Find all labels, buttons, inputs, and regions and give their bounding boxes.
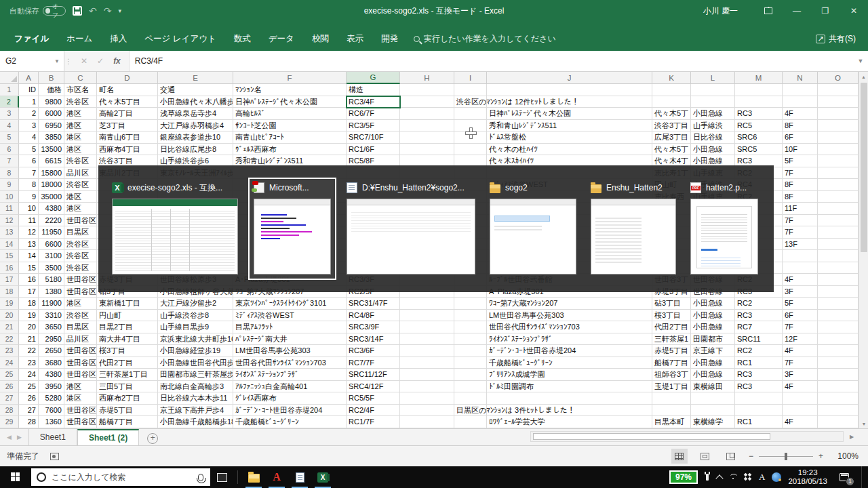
row-header-20[interactable]: 20 <box>0 310 19 322</box>
cell-C26[interactable]: 港区 <box>64 381 97 393</box>
cell-D29[interactable]: 船橋7丁目 <box>97 416 158 428</box>
cell-B19[interactable]: 11900 <box>39 298 64 310</box>
cell-E28[interactable]: 京王線下高井戸歩4 <box>158 405 233 417</box>
sheet-tab-sheet1[interactable]: Sheet1 <box>28 429 77 445</box>
cell-J26[interactable]: ﾄﾞﾙﾐ田園調布 <box>487 381 652 393</box>
cell-C6[interactable]: 港区 <box>64 144 97 156</box>
cell-G2[interactable]: RC3/4F <box>347 96 400 108</box>
cell-N15[interactable] <box>783 250 818 262</box>
cell-D26[interactable]: 三田5丁目 <box>97 381 158 393</box>
cell-I5[interactable] <box>454 131 487 144</box>
cell-N8[interactable]: 7F <box>783 167 818 180</box>
cell-A22[interactable]: 21 <box>19 333 39 346</box>
cell-K2[interactable] <box>652 96 691 108</box>
cell-E2[interactable]: 小田急線代々木八幡歩4 <box>158 96 233 108</box>
taskbar-file-explorer-button[interactable] <box>242 466 265 488</box>
name-box[interactable]: G2 ▼ <box>0 51 64 71</box>
cell-A11[interactable]: 10 <box>19 203 39 215</box>
cell-D22[interactable]: 南大井4丁目 <box>97 333 158 346</box>
cell-G3[interactable]: RC6/7F <box>347 108 400 120</box>
cell-H27[interactable] <box>400 392 454 405</box>
cell-A23[interactable]: 22 <box>19 345 39 357</box>
cell-I22[interactable] <box>454 333 487 346</box>
column-header-A[interactable]: A <box>19 72 39 84</box>
cell-N17[interactable]: 4F <box>783 274 818 286</box>
power-plug-icon[interactable] <box>706 474 709 481</box>
cell-F20[interactable]: ﾐﾃﾞｨｱｽ渋谷WEST <box>233 310 347 322</box>
cell-O12[interactable] <box>818 215 859 227</box>
notepad-preview-thumbnail[interactable] <box>347 199 475 274</box>
cell-O18[interactable] <box>818 286 859 298</box>
cell-N7[interactable]: 5F <box>783 155 818 167</box>
cell-A28[interactable]: 27 <box>19 405 39 417</box>
cell-B11[interactable]: 4380 <box>39 203 64 215</box>
cell-C21[interactable]: 目黒区 <box>64 321 97 333</box>
column-header-H[interactable]: H <box>400 72 454 84</box>
zoom-slider-thumb[interactable] <box>785 453 787 460</box>
cell-N22[interactable]: 12F <box>783 333 818 346</box>
cell-G28[interactable]: RC2/4F <box>347 405 400 417</box>
cell-J27[interactable] <box>487 392 652 405</box>
row-header-21[interactable]: 21 <box>0 321 19 333</box>
cell-N12[interactable]: 7F <box>783 215 818 227</box>
cell-B28[interactable]: 7600 <box>39 405 64 417</box>
cell-N25[interactable]: 3F <box>783 369 818 381</box>
cell-M27[interactable] <box>735 392 783 405</box>
cell-O22[interactable] <box>818 333 859 346</box>
cell-J24[interactable]: 千歳船橋ﾋﾞｭｰｸﾞﾘｰﾝ <box>487 357 652 369</box>
cell-G21[interactable]: SRC3/9F <box>347 321 400 333</box>
cell-K19[interactable]: 砧3丁目 <box>652 298 691 310</box>
cell-D23[interactable]: 桜3丁目 <box>97 345 158 357</box>
cell-B26[interactable]: 3950 <box>39 381 64 393</box>
cell-I20[interactable] <box>454 310 487 322</box>
cell-D20[interactable]: 円山町 <box>97 310 158 322</box>
taskbar-notepad-button[interactable] <box>288 466 311 488</box>
row-header-23[interactable]: 23 <box>0 345 19 357</box>
cell-O27[interactable] <box>818 392 859 405</box>
cell-H25[interactable] <box>400 369 454 381</box>
vertical-scroll-thumb[interactable] <box>861 83 867 252</box>
cell-E26[interactable]: 南北線白金高輪歩3 <box>158 381 233 393</box>
cell-F21[interactable]: 目黒ｱﾑﾌﾗｯﾄ <box>233 321 347 333</box>
cell-M3[interactable]: RC3 <box>735 108 783 120</box>
cell-J1[interactable] <box>487 84 652 96</box>
cell-J22[interactable]: ﾗｲｵﾝｽﾞｽﾃｰｼｮﾝﾌﾟﾗｻﾞ <box>487 333 652 346</box>
cell-H26[interactable] <box>400 381 454 393</box>
column-header-G[interactable]: G <box>347 72 400 84</box>
preview-tile-pdf[interactable]: hatten2.p... <box>686 178 762 279</box>
cell-E21[interactable]: 山手線目黒歩9 <box>158 321 233 333</box>
cell-A29[interactable]: 28 <box>19 416 39 428</box>
cell-I21[interactable] <box>454 321 487 333</box>
column-header-J[interactable]: J <box>487 72 652 84</box>
normal-view-button[interactable] <box>671 449 688 464</box>
row-header-24[interactable]: 24 <box>0 357 19 369</box>
cell-L26[interactable]: 東横線田 <box>691 381 735 393</box>
cell-N18[interactable]: 3F <box>783 286 818 298</box>
row-header-10[interactable]: 10 <box>0 191 19 203</box>
cell-N6[interactable]: 10F <box>783 144 818 156</box>
cell-M23[interactable]: RC2 <box>735 345 783 357</box>
cell-A16[interactable]: 15 <box>19 262 39 274</box>
scroll-right-icon[interactable]: ▶ <box>846 431 857 442</box>
cell-O23[interactable] <box>818 345 859 357</box>
cell-G19[interactable]: SRC31/47F <box>347 298 400 310</box>
cell-K23[interactable]: 赤堤5丁目 <box>652 345 691 357</box>
cell-K26[interactable]: 玉堤1丁目 <box>652 381 691 393</box>
cell-O14[interactable] <box>818 239 859 251</box>
preview-tile-notepad[interactable]: D:¥Enshu_Hatten2¥sogo2... <box>342 178 479 279</box>
cell-B24[interactable]: 3680 <box>39 357 64 369</box>
column-header-L[interactable]: L <box>691 72 735 84</box>
row-header-28[interactable]: 28 <box>0 405 19 417</box>
cell-A25[interactable]: 24 <box>19 369 39 381</box>
row-header-8[interactable]: 8 <box>0 167 19 180</box>
cell-K29[interactable]: 目黒本町 <box>652 416 691 428</box>
cell-G1[interactable]: 構造 <box>347 84 400 96</box>
cell-N23[interactable]: 4F <box>783 345 818 357</box>
column-header-I[interactable]: I <box>454 72 487 84</box>
cell-G25[interactable]: SRC11/12F <box>347 369 400 381</box>
cell-A6[interactable]: 5 <box>19 144 39 156</box>
cell-O11[interactable] <box>818 203 859 215</box>
cell-H2[interactable] <box>400 96 454 108</box>
tab-view[interactable]: 表示 <box>338 28 372 51</box>
page-break-view-button[interactable] <box>723 449 739 464</box>
